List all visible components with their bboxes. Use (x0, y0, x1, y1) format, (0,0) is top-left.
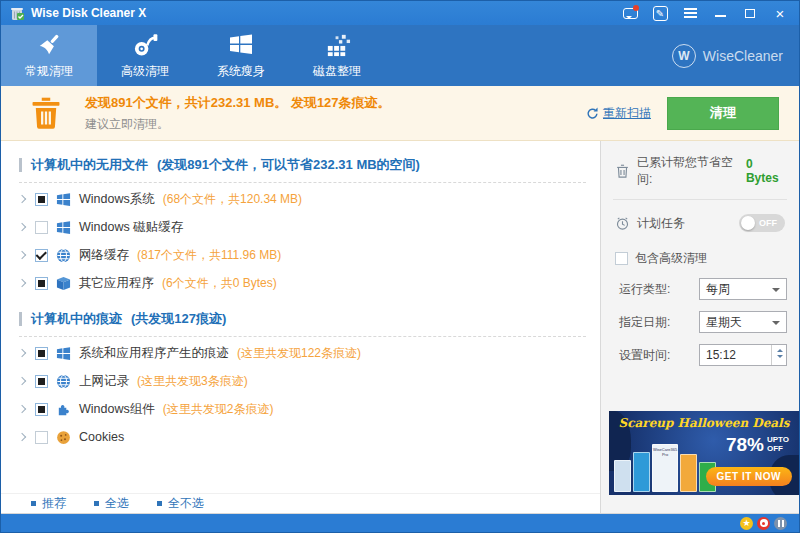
run-type-dropdown[interactable]: 每周 (699, 278, 787, 300)
select-all-link[interactable]: 全选 (94, 495, 129, 512)
section-detail: (共发现127痕迹) (131, 310, 226, 328)
item-label: 网络缓存 (79, 247, 129, 264)
recommend-link[interactable]: 推荐 (31, 495, 66, 512)
item-detail: (这里共发现122条痕迹) (237, 345, 361, 362)
globe-icon (56, 374, 71, 389)
menu-icon[interactable] (677, 3, 703, 23)
minimize-button[interactable] (707, 3, 733, 23)
set-time-row: 设置时间:15:12 (619, 344, 787, 366)
sidebar-divider (613, 199, 787, 200)
banner-actions: 重新扫描 清理 (586, 97, 779, 130)
close-button[interactable]: × (767, 3, 793, 23)
product-box (680, 454, 697, 492)
promo-title: Scareup Halloween Deals (609, 416, 799, 430)
run-type-label: 运行类型: (619, 281, 670, 298)
nav-tabs: 常规清理高级清理系统瘦身磁盘整理 (1, 25, 385, 86)
feedback-icon[interactable] (617, 3, 643, 23)
expand-chevron-icon[interactable] (18, 195, 26, 203)
trash-small-icon (615, 164, 630, 179)
run-type-value: 每周 (706, 281, 730, 298)
tab-label: 高级清理 (121, 63, 169, 80)
spinner-arrows-icon[interactable] (777, 348, 783, 361)
tab-1[interactable]: 常规清理 (1, 25, 97, 86)
register-icon[interactable]: ✎ (647, 3, 673, 23)
savings-label: 已累计帮您节省空间: (637, 154, 739, 188)
scan-result: 发现891个文件，共计232.31 MB。 发现127条痕迹。 建议立即清理。 (85, 94, 391, 133)
expand-chevron-icon[interactable] (18, 433, 26, 441)
list-item[interactable]: 网络缓存(817个文件，共111.96 MB) (1, 241, 600, 269)
item-checkbox[interactable] (35, 403, 48, 416)
schedule-label: 计划任务 (637, 215, 685, 232)
clean-button[interactable]: 清理 (667, 97, 779, 130)
list-item[interactable]: Cookies (1, 423, 600, 451)
tab-label: 磁盘整理 (313, 63, 361, 80)
item-detail: (6个文件，共0 Bytes) (162, 275, 277, 292)
item-detail: (这里共发现3条痕迹) (137, 373, 248, 390)
tencent-weibo-icon[interactable] (774, 517, 787, 530)
puzzle-icon (56, 402, 71, 417)
item-checkbox[interactable] (35, 193, 48, 206)
item-checkbox[interactable] (35, 249, 48, 262)
schedule-toggle[interactable]: OFF (739, 214, 785, 232)
footer-link-label: 全选 (105, 495, 129, 512)
item-checkbox[interactable] (35, 431, 48, 444)
list-item[interactable]: 上网记录(这里共发现3条痕迹) (1, 367, 600, 395)
window-controls: ✎ × (617, 3, 793, 23)
windows-nav-icon (228, 32, 254, 58)
item-label: 系统和应用程序产生的痕迹 (79, 345, 229, 362)
section-bar (19, 158, 22, 172)
specified-day-dropdown[interactable]: 星期天 (699, 311, 787, 333)
set-time-label: 设置时间: (619, 347, 670, 364)
selection-links: 推荐全选全不选 (1, 493, 600, 513)
item-detail: (这里共发现2条痕迹) (163, 401, 274, 418)
schedule-row: 计划任务 OFF (615, 214, 785, 232)
item-checkbox[interactable] (35, 347, 48, 360)
brush-icon (36, 31, 63, 58)
list-item[interactable]: 其它应用程序(6个文件，共0 Bytes) (1, 269, 600, 297)
list-item[interactable]: Windows 磁贴缓存 (1, 213, 600, 241)
expand-chevron-icon[interactable] (18, 279, 26, 287)
list-item[interactable]: Windows系统(68个文件，共120.34 MB) (1, 185, 600, 213)
bullet-icon (157, 501, 162, 506)
expand-chevron-icon[interactable] (18, 251, 26, 259)
promo-banner[interactable]: Scareup Halloween Deals 78% UPTO OFF Wis… (609, 411, 799, 495)
advanced-clean-label: 包含高级清理 (635, 250, 707, 267)
list-item[interactable]: Windows组件(这里共发现2条痕迹) (1, 395, 600, 423)
weibo-icon[interactable] (757, 517, 770, 530)
section-bar (19, 312, 22, 326)
expand-chevron-icon[interactable] (18, 223, 26, 231)
tab-label: 系统瘦身 (217, 63, 265, 80)
select-none-link[interactable]: 全不选 (157, 495, 204, 512)
expand-chevron-icon[interactable] (18, 349, 26, 357)
item-checkbox[interactable] (35, 375, 48, 388)
expand-chevron-icon[interactable] (18, 377, 26, 385)
list-item[interactable]: 系统和应用程序产生的痕迹(这里共发现122条痕迹) (1, 339, 600, 367)
item-checkbox[interactable] (35, 277, 48, 290)
advanced-clean-option[interactable]: 包含高级清理 (615, 250, 785, 267)
savings-row: 已累计帮您节省空间: 0 Bytes (613, 141, 787, 199)
set-time-spinner[interactable]: 15:12 (699, 344, 787, 366)
schedule-fields: 运行类型:每周指定日期:星期天设置时间:15:12 (601, 278, 799, 366)
bullet-icon (31, 501, 36, 506)
advanced-clean-checkbox[interactable] (615, 252, 628, 265)
maximize-button[interactable] (737, 3, 763, 23)
section-detail: (发现891个文件，可以节省232.31 MB的空间) (157, 156, 420, 174)
expand-chevron-icon[interactable] (18, 405, 26, 413)
alarm-clock-icon (615, 216, 630, 231)
section-title: 计算机中的痕迹 (31, 310, 122, 328)
item-label: Cookies (79, 430, 124, 444)
section-header: 计算机中的无用文件(发现891个文件，可以节省232.31 MB的空间) (1, 156, 600, 174)
tab-4[interactable]: 磁盘整理 (289, 25, 385, 86)
windows-icon (56, 346, 71, 361)
toggle-knob (741, 216, 755, 230)
rescan-link[interactable]: 重新扫描 (586, 105, 651, 122)
item-checkbox[interactable] (35, 221, 48, 234)
specified-day-label: 指定日期: (619, 314, 670, 331)
qzone-icon[interactable]: ★ (740, 517, 753, 530)
window-title: Wise Disk Cleaner X (31, 6, 146, 20)
tab-2[interactable]: 高级清理 (97, 25, 193, 86)
refresh-icon (586, 107, 599, 120)
app-icon (9, 5, 25, 21)
tab-3[interactable]: 系统瘦身 (193, 25, 289, 86)
get-it-now-button[interactable]: GET IT NOW (706, 467, 792, 486)
